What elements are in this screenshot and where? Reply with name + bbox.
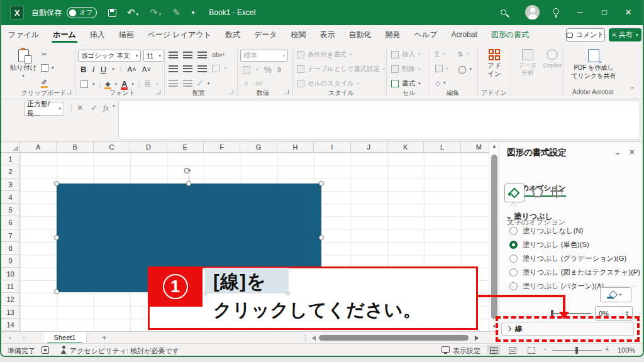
ribbon-tab[interactable]: Acrobat bbox=[444, 25, 484, 44]
account-avatar[interactable] bbox=[525, 5, 540, 19]
column-header[interactable]: E bbox=[167, 142, 204, 153]
column-header[interactable]: D bbox=[130, 142, 167, 153]
cut-button[interactable]: ✂ bbox=[42, 50, 47, 58]
row-header[interactable]: 3 bbox=[1, 178, 20, 191]
row-header[interactable]: 5 bbox=[1, 204, 20, 216]
delete-cells-button[interactable]: 削除▾ bbox=[391, 65, 421, 74]
addins-button[interactable]: アド イン bbox=[480, 49, 508, 79]
page-break-view-button[interactable] bbox=[525, 345, 538, 355]
decrease-indent-icon[interactable] bbox=[169, 80, 178, 87]
fill-option[interactable]: 塗りつぶしなし(N) bbox=[509, 226, 644, 236]
align-right-icon[interactable] bbox=[197, 65, 207, 72]
undo-icon[interactable]: ↶▾ bbox=[127, 7, 138, 18]
shape-handle-middle-right[interactable] bbox=[319, 235, 324, 240]
next-sheet-icon[interactable]: › bbox=[23, 334, 25, 341]
orientation-icon[interactable]: ⟋ bbox=[197, 79, 203, 87]
column-header[interactable]: I bbox=[314, 142, 350, 153]
ribbon-tab[interactable]: 描画 bbox=[112, 25, 141, 44]
column-header[interactable]: K bbox=[387, 142, 424, 153]
font-color-button[interactable]: A bbox=[121, 80, 127, 89]
save-icon[interactable] bbox=[108, 9, 116, 17]
shape-handle-bottom-left[interactable] bbox=[54, 289, 59, 294]
close-button[interactable]: ✕ bbox=[618, 8, 639, 17]
hscroll-left-icon[interactable] bbox=[312, 336, 316, 341]
row-header[interactable]: 11 bbox=[1, 280, 20, 293]
row-header[interactable]: 4 bbox=[1, 191, 20, 204]
insert-function-icon[interactable]: fx bbox=[103, 103, 109, 113]
align-bottom-icon[interactable] bbox=[197, 52, 207, 58]
phonetic-button[interactable]: 亜 bbox=[145, 79, 152, 89]
fill-color-dropdown[interactable]: ▾ bbox=[600, 287, 631, 302]
italic-button[interactable]: I bbox=[92, 64, 94, 74]
ribbon-tab[interactable]: 自動化 bbox=[342, 25, 379, 44]
decrease-decimal-icon[interactable]: .00 bbox=[254, 80, 262, 87]
column-header[interactable]: H bbox=[277, 142, 314, 153]
row-header[interactable]: 10 bbox=[1, 268, 20, 280]
column-header[interactable]: J bbox=[351, 142, 387, 153]
number-format-combo[interactable]: 標準▾ bbox=[240, 50, 288, 62]
column-header[interactable]: F bbox=[204, 142, 240, 153]
row-header[interactable]: 12 bbox=[1, 293, 20, 305]
quick-access-chevron-icon[interactable]: ▾ bbox=[192, 9, 195, 16]
font-size-combo[interactable]: 11▾ bbox=[143, 50, 164, 62]
ribbon-tab[interactable]: 表示 bbox=[313, 25, 342, 44]
tabbar-splitter[interactable]: ⋮ bbox=[302, 334, 309, 342]
vertical-scrollbar[interactable]: ▲ ▼ bbox=[489, 142, 499, 331]
row-header[interactable]: 7 bbox=[1, 229, 20, 242]
size-properties-icon[interactable] bbox=[552, 187, 562, 197]
clear-button[interactable]: ◇▾ bbox=[435, 79, 446, 87]
fill-section-header[interactable]: ⌄ 塗りつぶし bbox=[506, 211, 553, 222]
ribbon-tab[interactable]: ファイル bbox=[1, 25, 46, 44]
sort-filter-button[interactable]: ⇅▾ bbox=[458, 50, 469, 58]
confirm-entry-icon[interactable]: ✓ bbox=[91, 103, 97, 112]
ribbon-tab[interactable]: ホーム bbox=[46, 25, 83, 44]
zoom-in-icon[interactable]: + bbox=[605, 345, 609, 353]
collapse-ribbon-chevron-icon[interactable]: ⌄ bbox=[630, 83, 635, 90]
copilot-button[interactable]: Copilot bbox=[541, 49, 564, 69]
ribbon-tab[interactable]: データ bbox=[247, 25, 284, 44]
accessibility-status[interactable]: アクセシビリティ: 検討が必要です bbox=[70, 346, 179, 356]
share-button[interactable]: ⇱ 共有 ▾ bbox=[609, 28, 641, 41]
format-cells-button[interactable]: 書式▾ bbox=[391, 79, 421, 88]
transparency-slider[interactable] bbox=[552, 313, 591, 314]
wrap-text-icon[interactable]: ab↵ bbox=[212, 51, 225, 59]
minimize-button[interactable]: ─ bbox=[569, 8, 591, 17]
shrink-font-button[interactable]: A˅ bbox=[142, 65, 151, 73]
row-header[interactable]: 2 bbox=[1, 165, 20, 178]
shape-handle-top-right[interactable] bbox=[319, 181, 324, 186]
comments-button[interactable]: コメント bbox=[566, 28, 605, 41]
row-header[interactable]: 6 bbox=[1, 216, 20, 229]
style-menu-item[interactable]: テーブルとして書式設定 ▾ bbox=[297, 65, 385, 74]
fill-option[interactable]: 塗りつぶし (単色)(S) bbox=[509, 240, 644, 250]
sheet-tab[interactable]: Sheet1 bbox=[43, 332, 87, 344]
copy-button[interactable]: ▾ bbox=[41, 64, 54, 72]
ribbon-tab[interactable]: ヘルプ bbox=[408, 25, 445, 44]
fill-paint-tab-button[interactable] bbox=[504, 184, 525, 202]
normal-view-button[interactable] bbox=[487, 345, 501, 355]
align-center-icon[interactable] bbox=[183, 65, 192, 72]
autosum-button[interactable]: Σ▾ bbox=[435, 50, 445, 58]
find-select-button[interactable]: ◯▾ bbox=[458, 65, 472, 74]
zoom-level[interactable]: 100% bbox=[618, 346, 635, 354]
ribbon-tab[interactable]: 開発 bbox=[379, 25, 408, 44]
percent-format-icon[interactable]: % bbox=[264, 65, 272, 75]
formula-bar-chevron-icon[interactable]: ▾ bbox=[113, 103, 115, 109]
comma-format-icon[interactable]: 9 bbox=[277, 66, 281, 74]
macro-record-icon[interactable] bbox=[42, 346, 49, 354]
pen-icon[interactable]: ✎ bbox=[172, 7, 180, 18]
format-painter-button[interactable]: ✐ bbox=[42, 79, 47, 87]
fill-color-button[interactable]: ◈ bbox=[105, 80, 110, 88]
search-icon[interactable] bbox=[501, 9, 506, 15]
page-layout-view-button[interactable] bbox=[506, 345, 519, 355]
hscroll-right-icon[interactable] bbox=[475, 336, 479, 341]
grow-font-button[interactable]: A˄ bbox=[127, 65, 136, 73]
merge-center-icon[interactable] bbox=[212, 65, 219, 72]
font-dialog-launcher-icon[interactable] bbox=[156, 90, 160, 94]
horizontal-scroll-thumb[interactable] bbox=[319, 335, 469, 341]
create-pdf-button[interactable]: PDF を作成し てリンクを共有 bbox=[567, 49, 620, 80]
fill-option[interactable]: 塗りつぶし (図またはテクスチャ)(P) bbox=[509, 268, 644, 277]
increase-decimal-icon[interactable]: .0 bbox=[243, 80, 248, 87]
ribbon-tab[interactable]: 挿入 bbox=[83, 25, 112, 44]
insert-cells-button[interactable]: 挿入▾ bbox=[391, 50, 421, 59]
add-sheet-icon[interactable]: + bbox=[102, 333, 107, 343]
